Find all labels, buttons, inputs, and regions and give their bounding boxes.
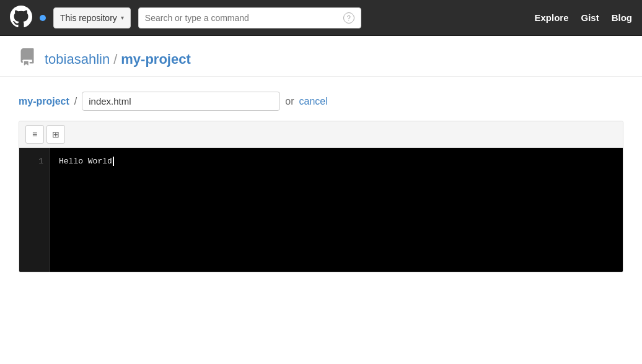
repo-name-link[interactable]: my-project	[121, 51, 190, 67]
breadcrumb-separator: /	[113, 51, 117, 67]
filename-input[interactable]	[82, 92, 280, 111]
nav-link-blog[interactable]: Blog	[612, 12, 632, 23]
top-navigation: This repository ▾ ? Explore Gist Blog	[0, 0, 642, 36]
cancel-link[interactable]: cancel	[299, 96, 327, 107]
file-path-row: my-project / or cancel	[19, 92, 623, 111]
repository-icon	[19, 48, 36, 70]
repo-selector[interactable]: This repository ▾	[53, 7, 131, 28]
code-line-1: Hello World	[59, 154, 614, 168]
or-text: or	[285, 96, 294, 107]
search-input[interactable]	[145, 13, 340, 23]
help-icon[interactable]: ?	[343, 12, 354, 24]
line-number-1: 1	[19, 154, 50, 168]
file-icon: ≡	[32, 129, 37, 139]
path-slash: /	[74, 96, 77, 107]
soft-wrap-button[interactable]: ≡	[25, 125, 44, 144]
current-dir-link[interactable]: my-project	[19, 96, 69, 107]
owner-link[interactable]: tobiasahlin	[45, 51, 110, 67]
editor-body[interactable]: 1 Hello World	[19, 148, 623, 272]
nav-link-explore[interactable]: Explore	[534, 12, 568, 23]
line-numbers: 1	[19, 148, 50, 272]
expand-icon: ⊞	[52, 129, 59, 139]
code-editor: ≡ ⊞ 1 Hello World	[19, 121, 623, 272]
search-container: ?	[138, 7, 361, 28]
repo-header: tobiasahlin / my-project	[0, 36, 642, 77]
notification-dot[interactable]	[40, 15, 46, 21]
chevron-down-icon: ▾	[121, 14, 124, 21]
nav-links: Explore Gist Blog	[534, 12, 632, 23]
editor-toolbar: ≡ ⊞	[19, 121, 623, 148]
fullscreen-button[interactable]: ⊞	[46, 125, 65, 144]
nav-link-gist[interactable]: Gist	[581, 12, 599, 23]
code-text-1: Hello World	[59, 154, 112, 168]
editor-area: my-project / or cancel ≡ ⊞ 1 Hello World	[0, 77, 642, 287]
github-logo[interactable]	[10, 6, 32, 30]
repo-breadcrumb: tobiasahlin / my-project	[45, 51, 191, 67]
text-cursor	[113, 157, 114, 166]
repo-selector-label: This repository	[60, 13, 117, 23]
code-content[interactable]: Hello World	[50, 148, 623, 272]
